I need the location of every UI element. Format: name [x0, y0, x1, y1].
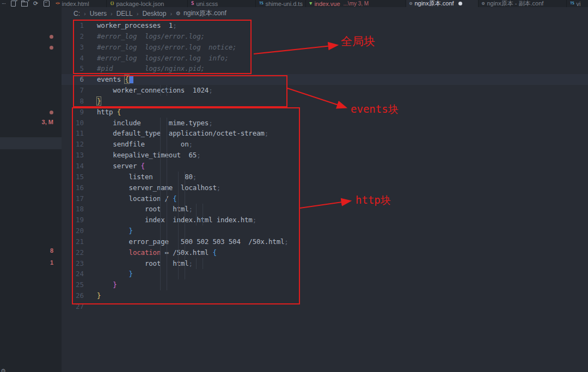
indent-guide [203, 204, 203, 225]
code-line[interactable]: 13 keepalive_timeout 65; [62, 150, 588, 161]
code-area[interactable]: 1worker_processes 1;2#error_log logs/err… [62, 20, 588, 312]
line-number: 9 [62, 107, 84, 118]
code-line[interactable]: 8} [62, 96, 588, 107]
code-line[interactable]: 17 location / { [62, 193, 588, 204]
sidebar[interactable]: 3, M 8 1 ⚙ [0, 7, 62, 372]
code-text: default_type application/octet-stream; [97, 129, 268, 137]
unsaved-dot-icon[interactable] [458, 2, 462, 5]
code-line[interactable]: 7 worker_connections 1024; [62, 85, 588, 96]
line-number: 23 [62, 258, 84, 269]
more-actions-icon[interactable]: ··· [2, 0, 5, 7]
code-text: location = /50x.html { [97, 248, 217, 257]
line-number: 24 [62, 269, 84, 279]
line-number: 21 [62, 236, 84, 247]
breadcrumb-item[interactable]: DELL [117, 10, 133, 17]
code-line[interactable]: 4#error_log logs/error.log info; [62, 53, 588, 64]
tab-label: index.vue [314, 1, 340, 7]
scss-icon: S [191, 1, 194, 6]
tab-2[interactable]: Suni.scss [188, 0, 256, 7]
refresh-explorer-icon[interactable]: ⟳ [33, 0, 38, 7]
code-text: server_name localhost; [97, 184, 220, 192]
line-number: 6 [62, 74, 84, 85]
code-line[interactable]: 14 server { [62, 161, 588, 172]
tab-3[interactable]: TSshime-uni.d.ts [256, 0, 306, 7]
tab-6[interactable]: ⚙nginx原本 - 副本.conf [479, 0, 567, 7]
new-file-icon[interactable] [11, 0, 16, 7]
code-text: } [97, 97, 101, 105]
code-line[interactable]: 1worker_processes 1; [62, 20, 588, 31]
indent-guide [167, 118, 167, 290]
tab-0[interactable]: <>index.html [52, 0, 107, 7]
code-line[interactable]: 24 } [62, 269, 588, 279]
code-line[interactable]: 18 root html; [62, 204, 588, 215]
code-text: } [97, 291, 101, 300]
code-line[interactable]: 12 sendfile on; [62, 139, 588, 150]
text-cursor [130, 75, 133, 83]
code-line[interactable]: 10 include mime.types; [62, 118, 588, 129]
tab-5[interactable]: ⚙nginx原本.conf [406, 0, 479, 7]
json-icon: {} [110, 2, 114, 5]
line-number: 2 [62, 31, 84, 42]
line-number: 15 [62, 172, 84, 182]
chevron-separator-icon: › [137, 10, 139, 17]
code-line[interactable]: 3#error_log logs/error.log notice; [62, 42, 588, 53]
code-line[interactable]: 25 } [62, 279, 588, 290]
code-line[interactable]: 9http { [62, 107, 588, 118]
code-line[interactable]: 5#pid logs/nginx.pid; [62, 63, 588, 74]
sidebar-selected-row[interactable] [0, 137, 62, 149]
code-text: #pid logs/nginx.pid; [97, 64, 205, 72]
explorer-toolbar: ···⟳ [0, 0, 52, 7]
indent-guide [167, 85, 167, 96]
breadcrumb-item[interactable]: Desktop [142, 10, 166, 17]
indent-guide [185, 172, 185, 279]
line-number: 27 [62, 301, 84, 312]
code-line[interactable]: 20 } [62, 225, 588, 236]
breadcrumb-item[interactable]: Users [90, 10, 107, 17]
code-line[interactable]: 27 [62, 301, 588, 312]
code-text: events { [97, 75, 133, 83]
code-line[interactable]: 2#error_log logs/error.log; [62, 31, 588, 42]
collapse-folders-icon[interactable] [44, 0, 50, 7]
ts-icon: TS [570, 2, 574, 5]
code-line[interactable]: 22 location = /50x.html { [62, 247, 588, 258]
code-line[interactable]: 15 listen 80; [62, 172, 588, 182]
line-number: 26 [62, 290, 84, 301]
vscode-window: ···⟳ <>index.html{}package-lock.jsonSuni… [0, 0, 588, 372]
new-folder-icon[interactable] [21, 0, 28, 7]
code-line[interactable]: 16 server_name localhost; [62, 182, 588, 193]
line-number: 22 [62, 247, 84, 258]
indent-guide [160, 118, 161, 290]
code-line[interactable]: 23 root html; [62, 258, 588, 269]
code-text: listen 80; [97, 173, 197, 181]
modified-dot-icon [50, 35, 53, 39]
code-line[interactable]: 11 default_type application/octet-stream… [62, 128, 588, 139]
line-number: 18 [62, 204, 84, 215]
gear-icon: ⚙ [482, 1, 485, 6]
line-number: 4 [62, 53, 84, 64]
tab-1[interactable]: {}package-lock.json [107, 0, 188, 7]
code-text: index index.html index.htm; [97, 216, 256, 224]
tab-label: package-lock.json [116, 1, 164, 7]
line-number: 5 [62, 63, 84, 74]
line-number: 11 [62, 128, 84, 139]
line-number: 7 [62, 85, 84, 96]
line-number: 13 [62, 150, 84, 161]
code-text: } [97, 227, 133, 235]
editor[interactable]: 1worker_processes 1;2#error_log logs/err… [62, 20, 588, 372]
gear-icon: ⚙ [176, 10, 181, 16]
tab-7[interactable]: TSvi [567, 0, 588, 7]
code-line[interactable]: 19 index index.html index.htm; [62, 215, 588, 225]
code-text: } [97, 280, 117, 289]
breadcrumb-item[interactable]: nginx原本.conf [183, 9, 226, 18]
html-icon: <> [56, 2, 59, 5]
code-line[interactable]: 26} [62, 290, 588, 301]
breadcrumb-item[interactable]: C: [74, 10, 80, 17]
line-number: 8 [62, 96, 84, 107]
gear-icon[interactable]: ⚙ [1, 368, 6, 372]
chevron-separator-icon: › [170, 10, 172, 17]
code-line[interactable]: 6events { [62, 74, 588, 85]
indent-guide [203, 258, 203, 269]
tab-4[interactable]: ▼index.vue...\my 3, M [306, 0, 406, 7]
code-line[interactable]: 21 error_page 500 502 503 504 /50x.html; [62, 236, 588, 247]
tab-bar: <>index.html{}package-lock.jsonSuni.scss… [52, 0, 588, 7]
